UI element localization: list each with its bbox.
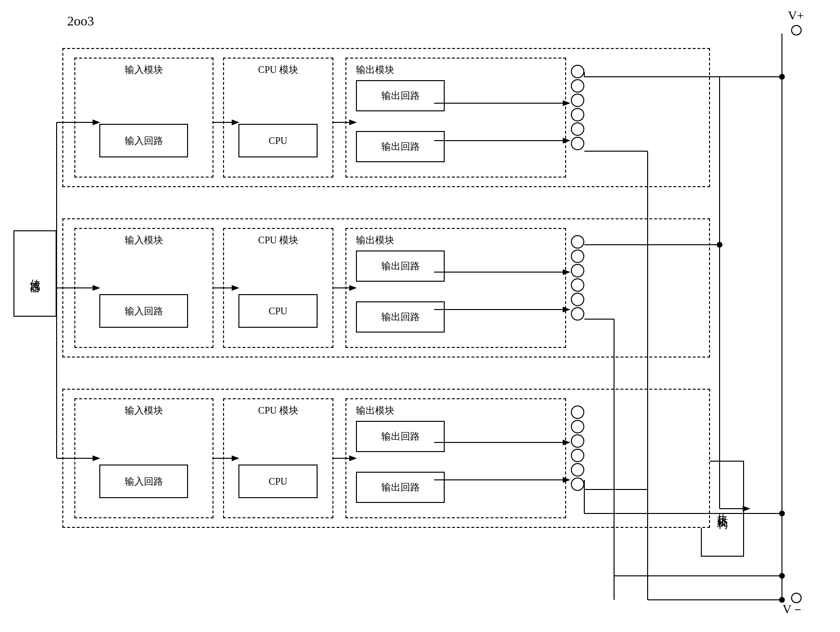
row1-relay-coils xyxy=(571,65,584,151)
row1-cpu-box: CPU xyxy=(238,124,318,157)
row2-input-circuit-box: 输入回路 xyxy=(99,294,188,328)
row3-input-module-label: 输入模块 xyxy=(125,404,163,417)
row3-output-circuit1-box: 输出回路 xyxy=(356,421,445,452)
row2-cpu-module: CPU 模块 CPU xyxy=(223,228,333,348)
row2-output-circuit2-box: 输出回路 xyxy=(356,301,445,333)
row3-cpu-box: CPU xyxy=(238,465,318,498)
row2-cpu-module-label: CPU 模块 xyxy=(258,234,298,247)
vminus-node xyxy=(791,593,802,603)
title: 2oo3 xyxy=(67,13,94,29)
row3-input-module: 输入模块 输入回路 xyxy=(74,398,213,518)
row1-output-module: 输出模块 输出回路 输出回路 xyxy=(345,58,566,178)
row3-relay-coils xyxy=(571,405,584,492)
vplus-node xyxy=(791,25,802,36)
row3-cpu-module: CPU 模块 CPU xyxy=(223,398,333,518)
vplus-label: V+ xyxy=(788,9,804,23)
row3-output-module-label: 输出模块 xyxy=(356,404,394,417)
row2-output-module-label: 输出模块 xyxy=(356,234,394,247)
svg-point-24 xyxy=(717,242,722,248)
row3-input-circuit-box: 输入回路 xyxy=(99,465,188,498)
row2-input-module: 输入模块 输入回路 xyxy=(74,228,213,348)
row2-output-module: 输出模块 输出回路 输出回路 xyxy=(345,228,566,348)
row2-output-circuit1-box: 输出回路 xyxy=(356,250,445,282)
row1-output-circuit1-box: 输出回路 xyxy=(356,80,445,111)
row1-input-module-label: 输入模块 xyxy=(125,63,163,76)
svg-point-18 xyxy=(779,74,785,80)
row1-input-module: 输入模块 输入回路 xyxy=(74,58,213,178)
svg-point-27 xyxy=(779,511,785,516)
row2-cpu-box: CPU xyxy=(238,294,318,328)
row1-output-module-label: 输出模块 xyxy=(356,63,394,76)
row1-cpu-module-label: CPU 模块 xyxy=(258,63,298,76)
row2-input-module-label: 输入模块 xyxy=(125,234,163,247)
vminus-label: V－ xyxy=(782,601,804,618)
row2-relay-coils xyxy=(571,235,584,322)
row3-output-circuit2-box: 输出回路 xyxy=(356,472,445,503)
row3-cpu-module-label: CPU 模块 xyxy=(258,404,298,417)
row1-cpu-module: CPU 模块 CPU xyxy=(223,58,333,178)
row1-output-circuit2-box: 输出回路 xyxy=(356,131,445,162)
row1-input-circuit-box: 输入回路 xyxy=(99,124,188,157)
svg-point-40 xyxy=(779,573,785,579)
row3-output-module: 输出模块 输出回路 输出回路 xyxy=(345,398,566,518)
diagram: 2oo3 V+ V－ 传感器 执行机构 输入模块 输入回路 CPU 模块 CPU… xyxy=(0,0,840,632)
sensor-box: 传感器 xyxy=(13,230,57,317)
